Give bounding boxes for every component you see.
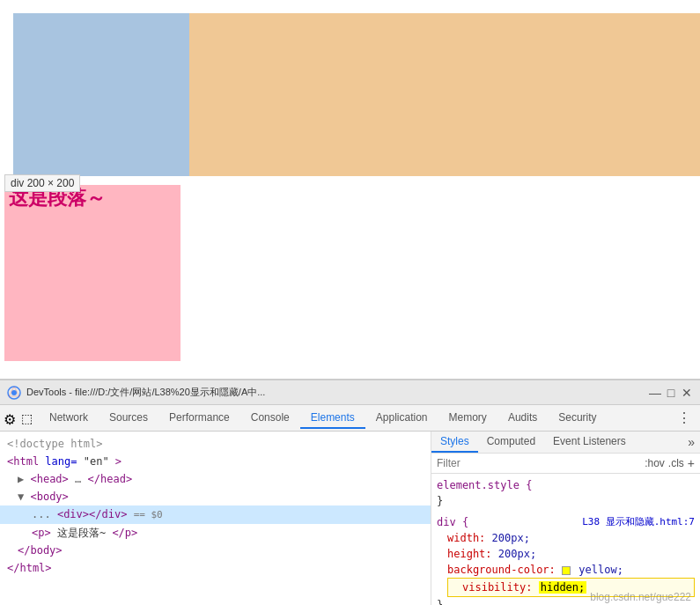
style-rule-element: element.style { } — [437, 477, 695, 509]
colored-boxes — [13, 13, 700, 176]
html-line-head: ▶ <head> … </head> — [0, 470, 431, 488]
html-line-html-close: </html> — [0, 559, 431, 577]
chrome-icon — [7, 386, 21, 400]
devtools-tabs-bar: ⚙ ⬚ Network Sources Performance Console … — [0, 405, 700, 432]
filter-input[interactable] — [437, 457, 641, 469]
styles-filter-bar: :hov .cls + — [431, 454, 700, 474]
rule-source[interactable]: L38 显示和隐藏.html:7 — [582, 514, 695, 530]
watermark: blog.csdn.net/gue222 — [590, 591, 691, 603]
minimize-button[interactable]: — — [649, 387, 661, 399]
styles-more-icon[interactable]: » — [682, 435, 700, 449]
html-panel[interactable]: <!doctype html> <html lang= "en" > ▶ <he… — [0, 432, 431, 605]
tab-performance[interactable]: Performance — [158, 408, 240, 429]
titlebar-buttons: — □ ✕ — [649, 387, 693, 399]
devtools-body: <!doctype html> <html lang= "en" > ▶ <he… — [0, 432, 700, 605]
styles-tabs-bar: Styles Computed Event Listeners » — [431, 432, 700, 454]
devtools-titlebar: DevTools - file:///D:/文件/网站/L38%20显示和隱藏/… — [0, 380, 700, 405]
pink-box: 这是段落～ — [4, 185, 181, 361]
html-line-p: <p> 这是段落~ </p> — [0, 524, 431, 542]
tab-application[interactable]: Application — [365, 408, 438, 429]
settings-icon[interactable]: ⚙ — [4, 411, 18, 425]
devtools-panel: DevTools - file:///D:/文件/网站/L38%20显示和隱藏/… — [0, 379, 700, 605]
styles-tab-styles[interactable]: Styles — [431, 432, 478, 453]
styles-tab-computed[interactable]: Computed — [478, 432, 544, 453]
visibility-value: hidden; — [539, 581, 587, 594]
devtools-title: DevTools - file:///D:/文件/网站/L38%20显示和隱藏/… — [26, 386, 644, 399]
html-line-body-open: ▼ <body> — [0, 488, 431, 505]
tab-sources[interactable]: Sources — [99, 408, 158, 429]
tab-network[interactable]: Network — [39, 408, 99, 429]
filter-hov-button[interactable]: :hov — [645, 457, 665, 469]
blue-box — [13, 13, 189, 176]
color-swatch[interactable] — [562, 566, 571, 575]
styles-panel: Styles Computed Event Listeners » :hov .… — [431, 432, 700, 605]
svg-point-1 — [11, 390, 17, 395]
html-line-html: <html lang= "en" > — [0, 453, 431, 470]
orange-box — [189, 13, 700, 176]
maximize-button[interactable]: □ — [665, 387, 677, 399]
tab-console[interactable]: Console — [240, 408, 300, 429]
tab-audits[interactable]: Audits — [497, 408, 548, 429]
browser-preview: div 200 × 200 这是段落～ — [0, 0, 700, 379]
close-button[interactable]: ✕ — [681, 387, 693, 399]
more-tabs-icon[interactable]: ⋮ — [672, 409, 696, 426]
element-tooltip: div 200 × 200 — [4, 174, 80, 192]
html-line-doctype: <!doctype html> — [0, 435, 431, 453]
tab-elements[interactable]: Elements — [300, 408, 365, 429]
tab-memory[interactable]: Memory — [438, 408, 497, 429]
tab-security[interactable]: Security — [548, 408, 607, 429]
preview-content — [0, 0, 700, 189]
html-line-div[interactable]: ... <div></div> == $0 — [0, 505, 431, 524]
styles-tab-event-listeners[interactable]: Event Listeners — [544, 432, 635, 453]
filter-cls-button[interactable]: .cls — [668, 457, 684, 469]
add-style-button[interactable]: + — [688, 456, 695, 470]
html-line-body-close: </body> — [0, 542, 431, 559]
styles-content[interactable]: element.style { } div { L38 显示和隐藏.html:7… — [431, 474, 700, 605]
inspect-icon[interactable]: ⬚ — [21, 411, 35, 425]
